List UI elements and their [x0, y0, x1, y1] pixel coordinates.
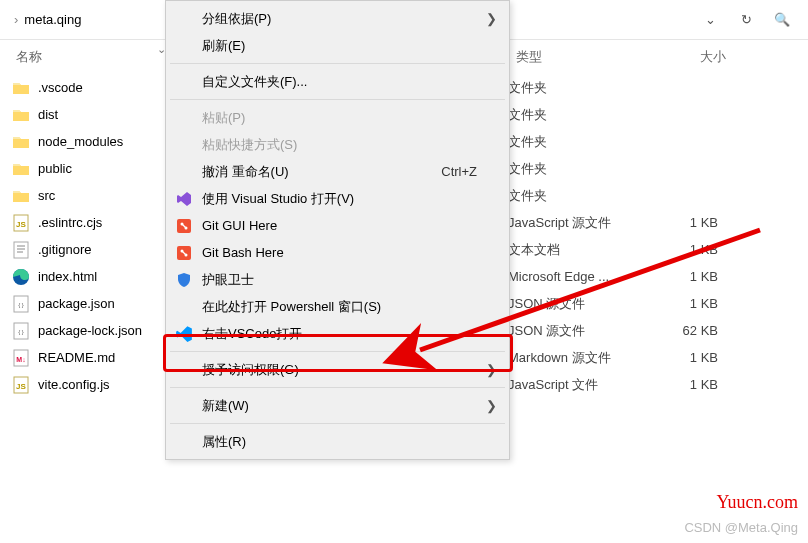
file-size: 1 KB	[658, 296, 718, 311]
svg-text:M↓: M↓	[16, 356, 25, 363]
search-button[interactable]: 🔍	[764, 2, 800, 38]
menu-properties[interactable]: 属性(R)	[168, 428, 507, 455]
menu-grant-access[interactable]: 授予访问权限(G)❯	[168, 356, 507, 383]
menu-group-by[interactable]: 分组依据(P)❯	[168, 5, 507, 32]
context-menu: 分组依据(P)❯ 刷新(E) 自定义文件夹(F)... 粘贴(P) 粘贴快捷方式…	[165, 0, 510, 460]
file-size: 1 KB	[658, 215, 718, 230]
folder-icon	[12, 160, 30, 178]
file-type: 文件夹	[508, 187, 658, 205]
chevron-right-icon: ❯	[486, 398, 497, 413]
chevron-icon: ›	[14, 12, 18, 27]
git-icon	[174, 216, 194, 236]
edge-icon	[12, 268, 30, 286]
vscode-icon	[174, 324, 194, 344]
git-icon	[174, 243, 194, 263]
menu-git-gui[interactable]: Git GUI Here	[168, 212, 507, 239]
svg-text:{ }: { }	[18, 302, 24, 308]
svg-text:{ }: { }	[18, 329, 24, 335]
shield-icon	[174, 270, 194, 290]
refresh-button[interactable]: ↻	[728, 2, 764, 38]
header-size[interactable]: 大小	[646, 48, 726, 66]
file-type: Microsoft Edge ...	[508, 269, 658, 284]
file-type: 文本文档	[508, 241, 658, 259]
folder-icon	[12, 79, 30, 97]
menu-separator	[170, 387, 505, 388]
file-size: 1 KB	[658, 269, 718, 284]
chevron-right-icon: ❯	[486, 362, 497, 377]
file-type: JSON 源文件	[508, 322, 658, 340]
header-type[interactable]: 类型	[516, 48, 646, 66]
folder-icon	[12, 133, 30, 151]
file-type: 文件夹	[508, 133, 658, 151]
dropdown-button[interactable]: ⌄	[692, 2, 728, 38]
folder-icon	[12, 106, 30, 124]
json-icon: { }	[12, 295, 30, 313]
watermark-site: Yuucn.com	[717, 492, 798, 513]
menu-paste: 粘贴(P)	[168, 104, 507, 131]
folder-icon	[12, 187, 30, 205]
menu-separator	[170, 99, 505, 100]
visual-studio-icon	[174, 189, 194, 209]
menu-undo-rename[interactable]: 撤消 重命名(U)Ctrl+Z	[168, 158, 507, 185]
file-type: Markdown 源文件	[508, 349, 658, 367]
json-icon: { }	[12, 322, 30, 340]
js-icon: JS	[12, 214, 30, 232]
file-size: 62 KB	[658, 323, 718, 338]
menu-customize-folder[interactable]: 自定义文件夹(F)...	[168, 68, 507, 95]
file-type: 文件夹	[508, 79, 658, 97]
menu-open-vscode[interactable]: 右击VSCode打开	[168, 320, 507, 347]
svg-text:JS: JS	[16, 220, 26, 229]
watermark-csdn: CSDN @Meta.Qing	[684, 520, 798, 535]
svg-rect-2	[14, 242, 28, 258]
js-icon: JS	[12, 376, 30, 394]
file-size: 1 KB	[658, 242, 718, 257]
file-type: 文件夹	[508, 160, 658, 178]
menu-separator	[170, 423, 505, 424]
menu-eye-guard[interactable]: 护眼卫士	[168, 266, 507, 293]
menu-new[interactable]: 新建(W)❯	[168, 392, 507, 419]
menu-separator	[170, 351, 505, 352]
menu-separator	[170, 63, 505, 64]
menu-paste-shortcut: 粘贴快捷方式(S)	[168, 131, 507, 158]
file-type: JavaScript 文件	[508, 376, 658, 394]
file-size: 1 KB	[658, 350, 718, 365]
md-icon: M↓	[12, 349, 30, 367]
chevron-right-icon: ❯	[486, 11, 497, 26]
svg-text:JS: JS	[16, 382, 26, 391]
menu-open-powershell[interactable]: 在此处打开 Powershell 窗口(S)	[168, 293, 507, 320]
txt-icon	[12, 241, 30, 259]
menu-refresh[interactable]: 刷新(E)	[168, 32, 507, 59]
breadcrumb-folder[interactable]: meta.qing	[24, 12, 81, 27]
shortcut-label: Ctrl+Z	[441, 164, 477, 179]
menu-git-bash[interactable]: Git Bash Here	[168, 239, 507, 266]
file-type: JavaScript 源文件	[508, 214, 658, 232]
file-type: JSON 源文件	[508, 295, 658, 313]
menu-open-visual-studio[interactable]: 使用 Visual Studio 打开(V)	[168, 185, 507, 212]
file-size: 1 KB	[658, 377, 718, 392]
file-type: 文件夹	[508, 106, 658, 124]
